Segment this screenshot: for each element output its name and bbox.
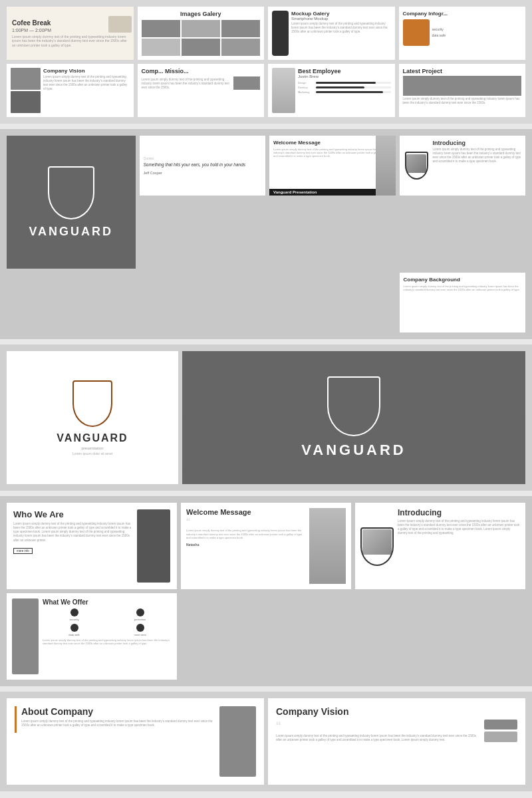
- intro-shield-border: [405, 152, 428, 180]
- employee-skills: Design Develop Marketing: [298, 81, 391, 94]
- slide-about-company[interactable]: About Company Lorem ipsum simply dummy t…: [7, 698, 264, 785]
- vision-content: Company Vision Lorem ipsum simply dummy …: [43, 68, 130, 113]
- offer-content: What We Offer security protection dat: [43, 598, 172, 674]
- offer-icon-1: security: [43, 608, 106, 621]
- infographic-title: Company Infogr...: [403, 11, 522, 17]
- intro-med-title: Introducing: [398, 508, 520, 517]
- bar-label-2: Develop: [298, 86, 315, 89]
- img-1: [142, 20, 180, 37]
- intro-med-shield-wrapper: [360, 526, 394, 566]
- slide-who-we-are[interactable]: Who We Are Lorem ipsum simply dummy text…: [7, 503, 177, 589]
- bg-title: Company Background: [404, 277, 522, 283]
- section-hero: VANGUARD presentation Lorem ipsum dolor …: [0, 344, 532, 491]
- vision-images: [11, 68, 41, 113]
- welcome-med-content: Welcome Message “ Lorem ipsum simply dum…: [186, 508, 305, 584]
- quotes-label: Quotes: [144, 156, 262, 160]
- offer-icon-4: more area: [108, 624, 172, 636]
- images-title: Images Galery: [142, 11, 261, 17]
- mockup-content: Mockup Galery Smartphone Mockup Lorem ip…: [291, 11, 391, 56]
- left-col-bottom: Who We Are Lorem ipsum simply dummy text…: [7, 503, 177, 680]
- slide-vanguard-dark-large[interactable]: VANGUARD: [182, 351, 525, 484]
- intro-body: Lorem ipsum simply dummy text of the pri…: [433, 148, 522, 163]
- bar-label-3: Marketing: [298, 90, 315, 94]
- brand-sub-info: Lorem ipsum dolor sit amet: [72, 452, 112, 456]
- images-grid: [142, 20, 261, 56]
- slide-vanguard-white[interactable]: VANGUARD presentation Lorem ipsum dolor …: [7, 351, 178, 484]
- security-icon: [70, 608, 78, 616]
- intro-med-shield-area: [360, 508, 394, 584]
- welcome-med-author: Natasha: [186, 543, 305, 547]
- brand-tagline: presentation: [81, 446, 103, 450]
- project-title: Latest Project: [403, 68, 522, 74]
- slides-bottom-row: Who We Are Lorem ipsum simply dummy text…: [7, 503, 525, 680]
- bg-row: Company Background Lorem ipsum simply du…: [7, 273, 525, 332]
- icon-label-3: data safe: [68, 633, 79, 636]
- slide-introducing-med[interactable]: Introducing Lorem ipsum simply dummy tex…: [355, 503, 525, 589]
- welcome-person-img: [376, 136, 396, 196]
- who-body: Lorem ipsum simply dummy text of the pri…: [13, 522, 132, 543]
- img-3: [221, 20, 260, 37]
- banner-text: Vanguard Presentation: [273, 190, 392, 194]
- slide-best-employee[interactable]: Best Employee Justin Brew Design Develop…: [268, 64, 395, 117]
- offer-icon-2: protection: [108, 608, 172, 621]
- who-content: Who We Are Lorem ipsum simply dummy text…: [13, 509, 132, 583]
- section-top: Cofee Break 1:00PM — 2:00PM Lorem ipsum …: [0, 0, 532, 124]
- slide-company-vision[interactable]: Company Vision Lorem ipsum simply dummy …: [7, 64, 134, 117]
- section-bottom: Who We Are Lorem ipsum simply dummy text…: [0, 496, 532, 686]
- quote-text: Something that hits your ears, you hold …: [144, 162, 262, 168]
- shield-icon-large: [327, 376, 380, 436]
- vision-img-2: [11, 91, 41, 113]
- employee-photo: [272, 68, 295, 113]
- slide-latest-project[interactable]: Latest Project Lorem ipsum simply dummy …: [399, 64, 526, 117]
- hero-row: VANGUARD presentation Lorem ipsum dolor …: [7, 351, 525, 484]
- large-row: VANGUARD Quotes Something that hits your…: [7, 136, 525, 269]
- slide-images-gallery[interactable]: Images Galery: [138, 7, 265, 60]
- welcome-person-med: [309, 508, 346, 584]
- vision-body: Lorem ipsum simply dummy text of the pri…: [43, 75, 130, 90]
- slide-what-we-offer[interactable]: What We Offer security protection dat: [7, 593, 177, 680]
- slide-company-background[interactable]: Company Background Lorem ipsum simply du…: [400, 273, 526, 332]
- intro-med-content: Introducing Lorem ipsum simply dummy tex…: [398, 508, 520, 584]
- vision2-quote-mark: “: [276, 720, 480, 734]
- vision2-text-col: “ Lorem ipsum simply dummy text of the p…: [276, 720, 480, 742]
- datasafe-icon: [70, 624, 78, 632]
- img-4: [142, 39, 180, 56]
- bar-bg-1: [316, 82, 391, 84]
- brand-name-dark: VANGUARD: [29, 225, 113, 239]
- shield-icon-dark: [48, 166, 94, 219]
- label-security: security: [432, 27, 446, 33]
- slide-company-infographic[interactable]: Company Infogr... security data safe: [399, 7, 526, 60]
- slides-grid-top: Cofee Break 1:00PM — 2:00PM Lorem ipsum …: [7, 7, 525, 117]
- who-title: Who We Are: [13, 509, 132, 520]
- slide-company-mission[interactable]: Comp... Missio... Lorem ipsum simply dum…: [138, 64, 265, 117]
- bar-fill-3: [316, 91, 383, 93]
- bar-fill-1: [316, 82, 376, 84]
- intro-med-body: Lorem ipsum simply dummy text of the pri…: [398, 519, 520, 535]
- accent-line: [15, 706, 17, 733]
- offer-body: Lorem ipsum simply dummy text of the pri…: [43, 638, 172, 645]
- slide-welcome-msg[interactable]: Welcome Message Lorem ipsum simply dummy…: [269, 136, 396, 196]
- employee-content: Best Employee Justin Brew Design Develop…: [298, 68, 391, 113]
- slide-welcome-med[interactable]: Welcome Message “ Lorem ipsum simply dum…: [181, 503, 351, 589]
- welcome-body: Lorem ipsum simply dummy text of the pri…: [273, 148, 392, 192]
- slide-company-vision2[interactable]: Company Vision “ Lorem ipsum simply dumm…: [268, 698, 525, 785]
- who-btn[interactable]: more info: [13, 548, 33, 554]
- mockup-body: Lorem ipsum simply dummy text of the pri…: [291, 22, 391, 34]
- slide-vanguard-main-left[interactable]: VANGUARD: [7, 136, 136, 269]
- who-img: [137, 509, 170, 583]
- quote-author: Jeff Cooper: [144, 171, 262, 175]
- slide-introducing-small[interactable]: Introducing Lorem ipsum simply dummy tex…: [400, 136, 526, 196]
- slide-mockup-gallery[interactable]: Mockup Galery Smartphone Mockup Lorem ip…: [268, 7, 395, 60]
- slide-quotes[interactable]: Quotes Something that hits your ears, yo…: [140, 136, 266, 196]
- project-img: [403, 76, 522, 96]
- icon-label-4: more area: [134, 633, 146, 636]
- vision-img-1: [11, 68, 41, 90]
- vision-title: Company Vision: [43, 68, 130, 74]
- slide-coffee-break[interactable]: Cofee Break 1:00PM — 2:00PM Lorem ipsum …: [7, 7, 134, 60]
- intro-content: Introducing Lorem ipsum simply dummy tex…: [433, 140, 522, 192]
- bar-label-1: Design: [298, 81, 315, 84]
- vision2-img-1: [484, 720, 517, 730]
- img-5: [182, 39, 220, 56]
- welcome-quote-mark: “: [186, 517, 305, 529]
- about-body: Lorem ipsum simply dummy text of the pri…: [21, 720, 214, 728]
